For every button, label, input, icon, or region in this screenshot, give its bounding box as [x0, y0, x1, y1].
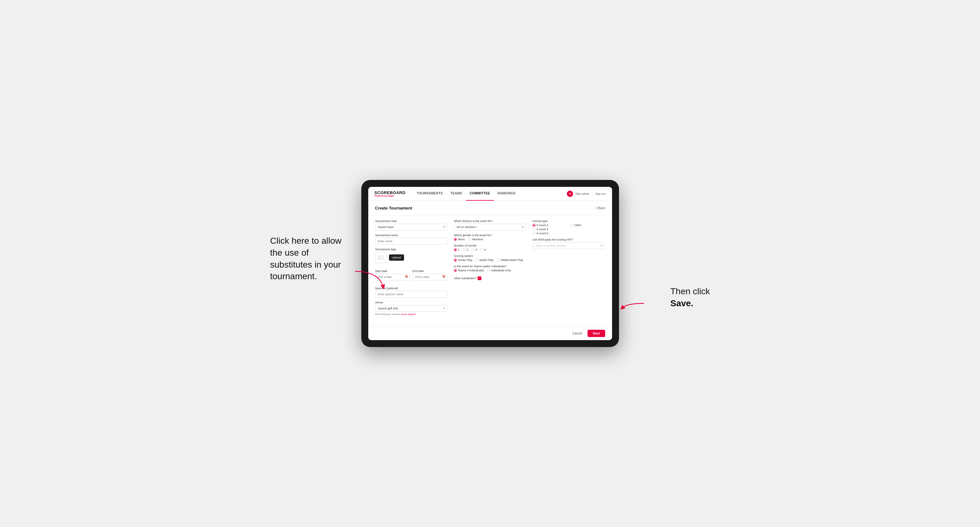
venue-help: Can't find your venue? email support: [375, 313, 448, 316]
tournament-host-group: Tournament Host Search team: [375, 219, 448, 230]
rounds-4-radio[interactable]: [480, 248, 483, 251]
nav-teams[interactable]: TEAMS: [447, 187, 466, 201]
arrow-left: [353, 270, 385, 290]
scoring-medal-radio[interactable]: [497, 259, 500, 262]
gender-mens-radio[interactable]: [454, 238, 457, 241]
format-6count4-radio[interactable]: [533, 228, 536, 231]
scoring-service-select[interactable]: Select a scoring service: [533, 242, 605, 249]
scoring-match[interactable]: Match Play: [476, 259, 493, 262]
logo-label: Tournament logo: [375, 248, 448, 251]
scoring-medal[interactable]: Medal Match Play: [497, 259, 523, 262]
event-individuals[interactable]: Individuals Only: [487, 269, 511, 272]
venue-select[interactable]: Search golf club: [375, 305, 448, 312]
gender-mens[interactable]: Mens: [454, 238, 465, 241]
substitutes-checkbox-group: Allow substitutes?: [454, 276, 526, 280]
bottom-bar: Cancel Save: [368, 326, 612, 340]
gender-label: Which gender is the event for?: [454, 234, 526, 237]
scoring-radio-group: Stroke Play Match Play Medal Match Play: [454, 259, 526, 262]
form-grid: Tournament Host Search team Tournament n…: [375, 219, 605, 319]
nav-links: TOURNAMENTS TEAMS COMMITTEE RANKINGS: [413, 187, 567, 201]
format-6count5[interactable]: 6 count 5: [533, 232, 567, 235]
format-type-grid: 5 count 4 Other 6 count 4: [533, 224, 605, 235]
arrow-right: [620, 297, 646, 311]
logo-powered: Powered by clippd: [374, 195, 406, 197]
scoring-stroke-radio[interactable]: [454, 259, 457, 262]
format-6count5-radio[interactable]: [533, 232, 536, 235]
nav-bar: SCOREBOARD Powered by clippd TOURNAMENTS…: [368, 187, 612, 201]
tablet-frame: SCOREBOARD Powered by clippd TOURNAMENTS…: [361, 180, 619, 347]
nav-right: B blair admin | Sign out: [567, 190, 606, 197]
venue-email-link[interactable]: email support: [401, 313, 416, 316]
gender-group: Which gender is the event for? Mens Wome…: [454, 234, 526, 241]
nav-rankings[interactable]: RANKINGS: [494, 187, 519, 201]
rounds-3-radio[interactable]: [471, 248, 474, 251]
upload-button[interactable]: Upload: [389, 254, 404, 261]
scoring-match-radio[interactable]: [476, 259, 479, 262]
rounds-4[interactable]: 4: [480, 248, 486, 251]
format-other-radio[interactable]: [570, 224, 573, 227]
svg-point-2: [380, 256, 380, 257]
name-label: Tournament name: [375, 234, 448, 237]
venue-label: Venue: [375, 301, 448, 304]
rounds-2-radio[interactable]: [463, 248, 466, 251]
annotation-right: Then click Save.: [670, 286, 710, 310]
content-area: Create Tournament < Back Tournament Host…: [368, 201, 612, 326]
sponsor-group: Sponsor (optional): [375, 287, 448, 298]
rounds-radio-group: 1 2 3: [454, 248, 526, 251]
tournament-logo-group: Tournament logo Upload: [375, 248, 448, 266]
scoring-stroke[interactable]: Stroke Play: [454, 259, 472, 262]
page-title: Create Tournament: [375, 206, 412, 210]
format-5count4[interactable]: 5 count 4: [533, 224, 567, 227]
event-teams-radio[interactable]: [454, 269, 457, 272]
scoring-system-label: Scoring system: [454, 254, 526, 257]
format-5count4-radio[interactable]: [533, 224, 536, 227]
scoring-api-group: Use third-party live scoring API? Select…: [533, 238, 605, 249]
rounds-label: Number of rounds: [454, 244, 526, 247]
logo-placeholder: [375, 252, 387, 263]
name-input[interactable]: [375, 238, 448, 244]
scoring-system-group: Scoring system Stroke Play Match Play: [454, 254, 526, 262]
rounds-2[interactable]: 2: [463, 248, 468, 251]
back-button[interactable]: < Back: [595, 206, 605, 210]
left-column: Tournament Host Search team Tournament n…: [375, 219, 448, 319]
substitutes-checkbox[interactable]: [477, 276, 481, 280]
tournament-name-group: Tournament name: [375, 234, 448, 244]
division-group: Which division is the event for? NCAA Di…: [454, 219, 526, 230]
format-6count4[interactable]: 6 count 4: [533, 228, 567, 231]
gender-womens-radio[interactable]: [468, 238, 471, 241]
scoring-api-label: Use third-party live scoring API?: [533, 238, 605, 241]
page-header: Create Tournament < Back: [375, 206, 605, 210]
format-other[interactable]: Other: [570, 224, 605, 227]
nav-tournaments[interactable]: TOURNAMENTS: [413, 187, 447, 201]
rounds-3[interactable]: 3: [471, 248, 477, 251]
calendar-icon-2: 📅: [442, 275, 445, 279]
end-date-group: End date 📅: [412, 270, 447, 281]
gender-womens[interactable]: Womens: [468, 238, 483, 241]
division-select[interactable]: NCAA Division I: [454, 224, 526, 230]
annotation-left: Click here to allow the use of substitut…: [270, 235, 352, 283]
rounds-1-radio[interactable]: [454, 248, 457, 251]
sign-out-link[interactable]: Sign out: [595, 192, 606, 195]
dates-group: Start date 📅 End date: [375, 270, 448, 284]
host-select[interactable]: Search team: [375, 224, 448, 230]
save-button[interactable]: Save: [587, 330, 605, 337]
calendar-icon: 📅: [405, 275, 408, 279]
division-label: Which division is the event for?: [454, 219, 526, 223]
end-date-wrap: 📅: [412, 273, 447, 281]
event-teams[interactable]: Teams (+Individuals): [454, 269, 484, 272]
logo-upload-area: Upload: [375, 252, 448, 263]
nav-committee[interactable]: COMMITTEE: [466, 187, 494, 201]
user-avatar: B: [567, 190, 573, 197]
middle-column: Which division is the event for? NCAA Di…: [454, 219, 526, 319]
cancel-button[interactable]: Cancel: [569, 330, 585, 337]
format-type-label: Format type: [533, 219, 605, 223]
rounds-group: Number of rounds 1 2: [454, 244, 526, 251]
tablet-screen: SCOREBOARD Powered by clippd TOURNAMENTS…: [368, 187, 612, 340]
user-name: blair admin: [576, 192, 589, 195]
substitutes-group: Allow substitutes?: [454, 275, 526, 280]
rounds-1[interactable]: 1: [454, 248, 459, 251]
venue-group: Venue Search golf club Can't find your v…: [375, 301, 448, 316]
gender-radio-group: Mens Womens: [454, 238, 526, 241]
event-individuals-radio[interactable]: [487, 269, 490, 272]
sponsor-input[interactable]: [375, 291, 448, 298]
